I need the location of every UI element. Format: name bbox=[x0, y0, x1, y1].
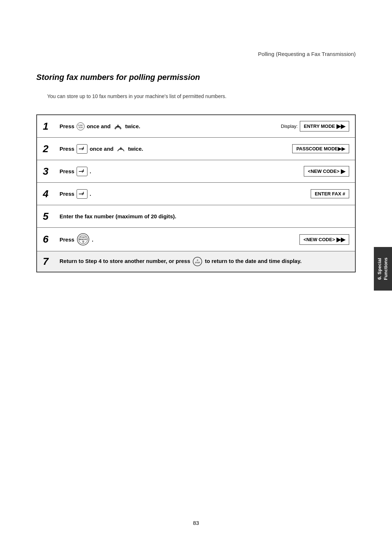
step-6-period: . bbox=[92, 236, 93, 243]
step-5-row: 5 Enter the fax number (maximum of 20 di… bbox=[37, 205, 355, 228]
step-4-content: Press . bbox=[60, 189, 311, 199]
step-6-display-arrow: ▶▶ bbox=[336, 236, 345, 243]
side-tab-text: 6. Special Functions bbox=[377, 258, 389, 280]
svg-text:⊘: ⊘ bbox=[197, 259, 198, 261]
step-7-number: 7 bbox=[43, 256, 56, 267]
up-arrow-button-icon-2 bbox=[116, 145, 126, 153]
step-1-once-and: once and bbox=[87, 123, 111, 129]
step-3-press: Press bbox=[60, 168, 74, 174]
section-title: Storing fax numbers for polling permissi… bbox=[36, 73, 200, 82]
step-3-content: Press . bbox=[60, 167, 304, 176]
step-6-number: 6 bbox=[43, 234, 56, 244]
step-6-display-text: <NEW CODE> bbox=[303, 237, 335, 242]
intro-text: You can store up to 10 fax numbers in yo… bbox=[47, 93, 226, 100]
step-2-row: 2 Press once and tw bbox=[37, 138, 355, 160]
enter-button-icon-2 bbox=[77, 144, 87, 154]
step-6-display-box: <NEW CODE> ▶▶ bbox=[299, 234, 349, 245]
step-2-content: Press once and twice. bbox=[60, 144, 292, 154]
step-7-text-after: to return to the date and time display. bbox=[205, 258, 301, 264]
step-1-display: Display: ENTRY MODE ▶▶ bbox=[281, 121, 349, 131]
page-container: Polling (Requesting a Fax Transmission) … bbox=[0, 0, 392, 555]
step-5-number: 5 bbox=[43, 211, 56, 222]
svg-text:①: ① bbox=[82, 240, 85, 243]
step-6-row: 6 Press START/ MEMORY ① . <NEW CO bbox=[37, 228, 355, 251]
step-4-display: ENTER FAX # bbox=[311, 189, 349, 198]
start-memory-button-icon: START/ MEMORY ① bbox=[77, 233, 90, 246]
step-2-press: Press bbox=[60, 146, 74, 152]
step-2-display: PASSCODE MODE▶▶ bbox=[292, 144, 349, 153]
step-1-number: 1 bbox=[43, 121, 56, 131]
step-4-display-text: ENTER FAX # bbox=[315, 191, 345, 197]
instruction-box: 1 Press FUNCTION once and twice. Display… bbox=[36, 114, 356, 272]
step-2-twice: twice. bbox=[128, 146, 143, 152]
step-1-display-text: ENTRY MODE bbox=[304, 123, 335, 129]
step-6-content: Press START/ MEMORY ① . bbox=[60, 233, 299, 246]
header-title: Polling (Requesting a Fax Transmission) bbox=[258, 51, 356, 57]
step-7-text-before: Return to Step 4 to store another number… bbox=[60, 258, 192, 264]
step-7-content: Return to Step 4 to store another number… bbox=[60, 256, 349, 267]
step-2-number: 2 bbox=[43, 144, 56, 154]
page-header: Polling (Requesting a Fax Transmission) bbox=[258, 51, 356, 57]
step-1-display-arrow: ▶▶ bbox=[336, 123, 345, 130]
step-6-press: Press bbox=[60, 236, 74, 243]
step-2-display-box: PASSCODE MODE▶▶ bbox=[292, 144, 349, 153]
step-3-display-arrow: ▶ bbox=[341, 168, 345, 175]
svg-text:STOP: STOP bbox=[195, 262, 200, 264]
step-7-row: 7 Return to Step 4 to store another numb… bbox=[37, 251, 355, 272]
step-1-display-label: Display: bbox=[281, 123, 298, 129]
step-4-press: Press bbox=[60, 191, 74, 197]
enter-button-icon-3 bbox=[77, 167, 87, 176]
step-1-twice: twice. bbox=[125, 123, 140, 129]
step-5-content: Enter the fax number (maximum of 20 digi… bbox=[60, 213, 349, 219]
step-4-period: . bbox=[90, 191, 91, 197]
step-3-number: 3 bbox=[43, 166, 56, 177]
side-tab: 6. Special Functions bbox=[374, 247, 392, 291]
step-3-row: 3 Press . <NEW CODE> ▶ bbox=[37, 160, 355, 183]
step-4-display-box: ENTER FAX # bbox=[311, 189, 349, 198]
step-5-text: Enter the fax number (maximum of 20 digi… bbox=[60, 213, 176, 219]
step-2-display-text: PASSCODE MODE▶▶ bbox=[296, 146, 345, 151]
step-4-number: 4 bbox=[43, 189, 56, 199]
enter-button-icon-4 bbox=[77, 189, 87, 199]
step-4-row: 4 Press . ENTER FAX # bbox=[37, 183, 355, 205]
page-number: 83 bbox=[193, 520, 199, 526]
up-arrow-button-icon bbox=[113, 122, 123, 131]
step-2-once-and: once and bbox=[90, 146, 114, 152]
step-3-display-box: <NEW CODE> ▶ bbox=[304, 166, 349, 177]
step-1-row: 1 Press FUNCTION once and twice. Display… bbox=[37, 115, 355, 138]
step-3-display-text: <NEW CODE> bbox=[308, 169, 339, 174]
step-1-press: Press bbox=[60, 123, 74, 129]
function-button-icon: FUNCTION bbox=[77, 122, 85, 130]
step-6-display: <NEW CODE> ▶▶ bbox=[299, 234, 349, 245]
step-1-content: Press FUNCTION once and twice. bbox=[60, 122, 281, 131]
step-1-display-box: ENTRY MODE ▶▶ bbox=[300, 121, 349, 131]
stop-button-icon: ⊘ STOP bbox=[192, 256, 203, 267]
step-3-display: <NEW CODE> ▶ bbox=[304, 166, 349, 177]
step-3-period: . bbox=[90, 168, 91, 174]
